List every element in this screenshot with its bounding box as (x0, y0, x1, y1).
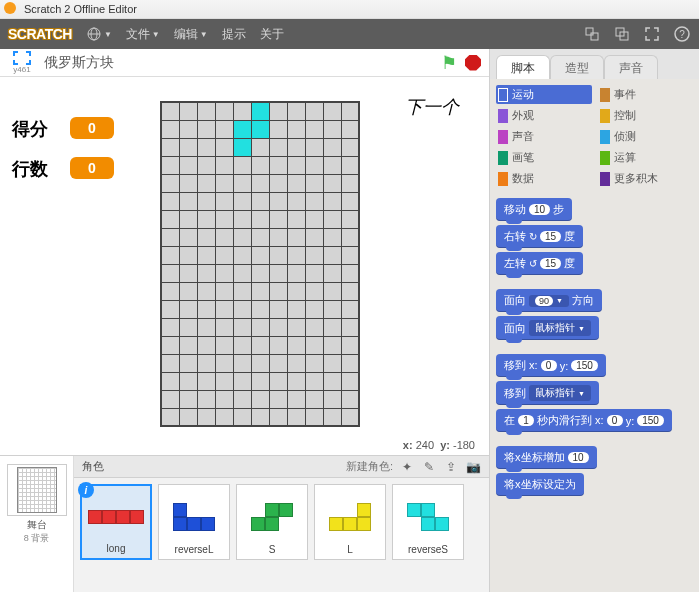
category-画笔[interactable]: 画笔 (496, 148, 592, 167)
category-更多积木[interactable]: 更多积木 (598, 169, 694, 188)
block-change-x[interactable]: 将x坐标增加10 (496, 446, 597, 469)
stage-label: 舞台 (4, 518, 69, 532)
sprite-library-icon[interactable]: ✦ (399, 459, 415, 475)
app-title: Scratch 2 Offline Editor (24, 3, 137, 15)
lines-label: 行数 (12, 157, 48, 181)
sprite-item-reverseS[interactable]: reverseS (392, 484, 464, 560)
svg-rect-3 (586, 28, 593, 35)
scratch-logo: SCRATCH (8, 26, 72, 42)
globe-icon (86, 26, 102, 42)
sprite-name: reverseS (408, 544, 448, 555)
paint-sprite-icon[interactable]: ✎ (421, 459, 437, 475)
score-label: 得分 (12, 117, 48, 141)
block-goto-target[interactable]: 移到鼠标指针▼ (496, 381, 599, 405)
sprite-info-icon[interactable]: i (78, 482, 94, 498)
sprite-name: L (347, 544, 353, 555)
camera-sprite-icon[interactable]: 📷 (465, 459, 481, 475)
duplicate-icon[interactable] (613, 25, 631, 43)
sprite-name: long (107, 543, 126, 554)
block-point-direction[interactable]: 面向90▼方向 (496, 289, 602, 312)
stage-thumbnail[interactable] (7, 464, 67, 516)
lines-value: 0 (70, 157, 114, 179)
sprite-name: reverseL (175, 544, 214, 555)
tab-sounds[interactable]: 声音 (604, 55, 658, 79)
next-piece-label: 下一个 (405, 95, 459, 119)
block-turn-right[interactable]: 右转↻15度 (496, 225, 583, 248)
panel-tabs: 脚本 造型 声音 (490, 49, 699, 79)
category-运动[interactable]: 运动 (496, 85, 592, 104)
block-set-x[interactable]: 将x坐标设定为 (496, 473, 584, 496)
block-point-towards[interactable]: 面向鼠标指针▼ (496, 316, 599, 340)
menubar: SCRATCH ▼ 文件▼ 编辑▼ 提示 关于 ? (0, 19, 699, 49)
backdrop-count: 8 背景 (4, 532, 69, 545)
fullscreen-icon[interactable] (643, 25, 661, 43)
block-turn-left[interactable]: 左转↺15度 (496, 252, 583, 275)
sprites-header-title: 角色 (82, 459, 346, 474)
category-控制[interactable]: 控制 (598, 106, 694, 125)
mouse-coords: x: 240 y: -180 (403, 439, 475, 451)
new-sprite-label: 新建角色: (346, 459, 393, 474)
stage-header: y461 俄罗斯方块 ⚑ (0, 49, 489, 77)
project-title[interactable]: 俄罗斯方块 (44, 54, 441, 72)
sprite-item-reverseL[interactable]: reverseL (158, 484, 230, 560)
stop-button[interactable] (465, 55, 481, 71)
tips-menu[interactable]: 提示 (222, 26, 246, 43)
sprite-item-S[interactable]: S (236, 484, 308, 560)
category-事件[interactable]: 事件 (598, 85, 694, 104)
help-icon[interactable]: ? (673, 25, 691, 43)
category-数据[interactable]: 数据 (496, 169, 592, 188)
svg-rect-4 (591, 33, 598, 40)
category-外观[interactable]: 外观 (496, 106, 592, 125)
sprite-name: S (269, 544, 276, 555)
category-声音[interactable]: 声音 (496, 127, 592, 146)
category-运算[interactable]: 运算 (598, 148, 694, 167)
upload-sprite-icon[interactable]: ⇪ (443, 459, 459, 475)
tab-costumes[interactable]: 造型 (550, 55, 604, 79)
score-value: 0 (70, 117, 114, 139)
stage-area[interactable]: 下一个 得分 0 行数 0 x: 240 y: -180 (0, 77, 489, 455)
edit-menu[interactable]: 编辑▼ (174, 26, 208, 43)
green-flag-button[interactable]: ⚑ (441, 52, 457, 74)
sprite-item-long[interactable]: ilong (80, 484, 152, 560)
globe-menu[interactable]: ▼ (86, 26, 112, 42)
block-glide[interactable]: 在1秒内滑行到 x:0y:150 (496, 409, 672, 432)
block-move-steps[interactable]: 移动10步 (496, 198, 572, 221)
file-menu[interactable]: 文件▼ (126, 26, 160, 43)
category-侦测[interactable]: 侦测 (598, 127, 694, 146)
about-menu[interactable]: 关于 (260, 26, 284, 43)
sprite-panel: 舞台 8 背景 角色 新建角色: ✦ ✎ ⇪ 📷 ilongreverseLSL… (0, 455, 489, 592)
add-sprite-icon[interactable] (583, 25, 601, 43)
svg-text:?: ? (679, 29, 685, 40)
app-icon (4, 2, 18, 16)
titlebar: Scratch 2 Offline Editor (0, 0, 699, 19)
presentation-mode-button[interactable]: y461 (8, 51, 36, 75)
block-goto-xy[interactable]: 移到 x:0y:150 (496, 354, 606, 377)
tab-scripts[interactable]: 脚本 (496, 55, 550, 79)
sprite-item-L[interactable]: L (314, 484, 386, 560)
tetris-grid (160, 101, 360, 427)
